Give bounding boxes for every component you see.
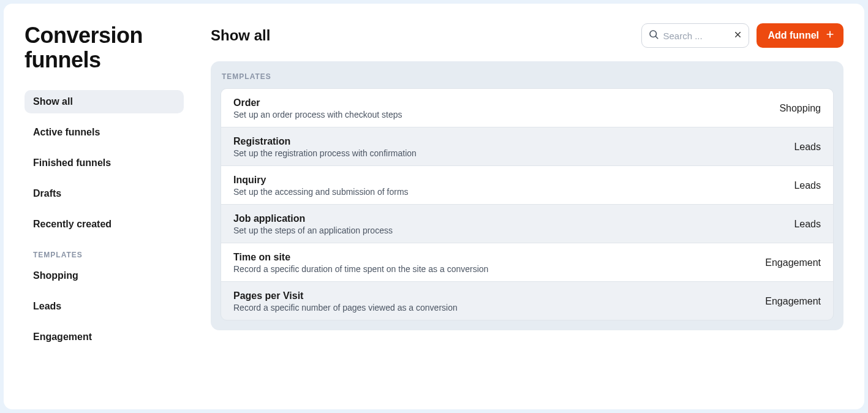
templates-panel: TEMPLATES Order Set up an order process … bbox=[211, 61, 843, 330]
sidebar-item-label: Active funnels bbox=[33, 127, 100, 137]
main-content: Show all Add funnel bbox=[211, 23, 843, 395]
template-info: Order Set up an order process with check… bbox=[233, 97, 402, 119]
sidebar-templates-label: TEMPLATES bbox=[25, 243, 184, 264]
template-title: Order bbox=[233, 97, 402, 108]
search-field-wrap[interactable] bbox=[641, 23, 749, 48]
sidebar-item-label: Shopping bbox=[33, 270, 78, 281]
template-row-time-on-site[interactable]: Time on site Record a specific duration … bbox=[221, 243, 833, 282]
template-info: Registration Set up the registration pro… bbox=[233, 136, 417, 158]
sidebar-item-recently-created[interactable]: Recently created bbox=[25, 213, 184, 236]
sidebar-item-shopping[interactable]: Shopping bbox=[25, 264, 184, 287]
sidebar-item-label: Show all bbox=[33, 96, 73, 107]
template-category: Leads bbox=[794, 219, 821, 230]
sidebar: Conversion funnels Show all Active funne… bbox=[25, 23, 184, 395]
add-funnel-button[interactable]: Add funnel bbox=[757, 23, 843, 48]
sidebar-item-show-all[interactable]: Show all bbox=[25, 90, 184, 113]
template-row-registration[interactable]: Registration Set up the registration pro… bbox=[221, 127, 833, 166]
sidebar-item-finished-funnels[interactable]: Finished funnels bbox=[25, 151, 184, 175]
template-category: Shopping bbox=[779, 103, 821, 114]
template-row-inquiry[interactable]: Inquiry Set up the accessing and submiss… bbox=[221, 166, 833, 205]
sidebar-item-label: Leads bbox=[33, 301, 61, 311]
page-title: Conversion funnels bbox=[25, 23, 184, 73]
sidebar-item-engagement[interactable]: Engagement bbox=[25, 325, 184, 349]
close-icon bbox=[733, 30, 742, 42]
main-heading: Show all bbox=[211, 27, 270, 44]
template-info: Job application Set up the steps of an a… bbox=[233, 213, 393, 235]
template-title: Job application bbox=[233, 213, 393, 224]
template-info: Inquiry Set up the accessing and submiss… bbox=[233, 175, 409, 197]
template-title: Registration bbox=[233, 136, 417, 147]
template-desc: Set up the registration process with con… bbox=[233, 148, 417, 158]
template-category: Engagement bbox=[765, 296, 821, 307]
template-title: Pages per Visit bbox=[233, 290, 458, 301]
template-category: Engagement bbox=[765, 257, 821, 268]
sidebar-nav: Show all Active funnels Finished funnels… bbox=[25, 90, 184, 236]
add-funnel-label: Add funnel bbox=[768, 30, 819, 41]
app-frame: Conversion funnels Show all Active funne… bbox=[4, 4, 864, 409]
template-desc: Record a specific number of pages viewed… bbox=[233, 303, 458, 313]
template-desc: Set up the accessing and submission of f… bbox=[233, 187, 409, 197]
template-desc: Set up the steps of an application proce… bbox=[233, 225, 393, 235]
template-desc: Set up an order process with checkout st… bbox=[233, 110, 402, 119]
sidebar-item-leads[interactable]: Leads bbox=[25, 295, 184, 318]
topbar: Show all Add funnel bbox=[211, 23, 843, 48]
topbar-actions: Add funnel bbox=[641, 23, 843, 48]
template-row-pages-per-visit[interactable]: Pages per Visit Record a specific number… bbox=[221, 282, 833, 320]
template-row-order[interactable]: Order Set up an order process with check… bbox=[221, 89, 833, 127]
template-desc: Record a specific duration of time spent… bbox=[233, 264, 488, 274]
template-category: Leads bbox=[794, 142, 821, 153]
template-title: Time on site bbox=[233, 252, 488, 263]
sidebar-item-label: Recently created bbox=[33, 219, 111, 229]
sidebar-item-active-funnels[interactable]: Active funnels bbox=[25, 121, 184, 144]
template-category: Leads bbox=[794, 180, 821, 191]
sidebar-item-label: Drafts bbox=[33, 188, 61, 199]
plus-icon bbox=[825, 29, 835, 42]
template-title: Inquiry bbox=[233, 175, 409, 186]
svg-line-1 bbox=[656, 36, 658, 38]
sidebar-item-label: Engagement bbox=[33, 332, 92, 342]
template-info: Time on site Record a specific duration … bbox=[233, 252, 488, 274]
templates-panel-label: TEMPLATES bbox=[221, 72, 834, 81]
sidebar-template-nav: Shopping Leads Engagement bbox=[25, 264, 184, 349]
template-row-job-application[interactable]: Job application Set up the steps of an a… bbox=[221, 205, 833, 243]
template-info: Pages per Visit Record a specific number… bbox=[233, 290, 458, 313]
search-input[interactable] bbox=[659, 31, 733, 41]
search-icon bbox=[648, 29, 659, 42]
sidebar-item-label: Finished funnels bbox=[33, 157, 111, 168]
template-list: Order Set up an order process with check… bbox=[221, 88, 834, 320]
clear-search-button[interactable] bbox=[733, 30, 742, 42]
sidebar-item-drafts[interactable]: Drafts bbox=[25, 182, 184, 205]
